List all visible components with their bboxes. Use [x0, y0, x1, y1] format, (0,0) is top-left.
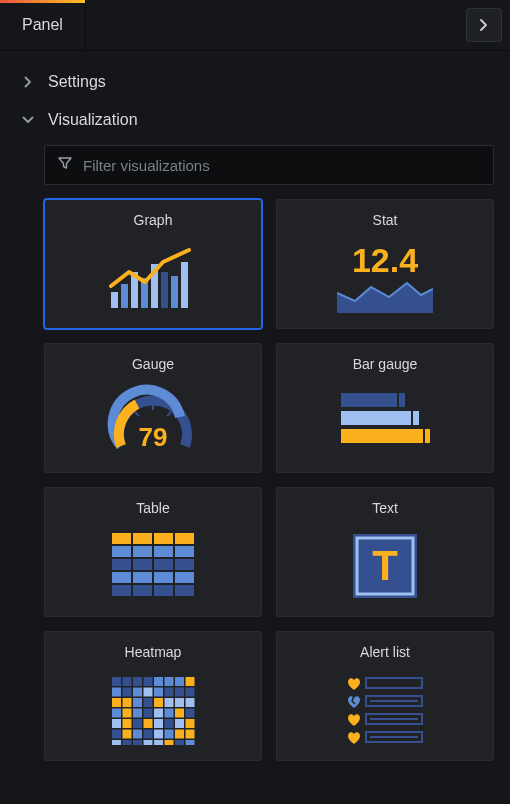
svg-rect-19 — [154, 533, 173, 544]
filter-visualizations[interactable] — [44, 145, 494, 185]
stat-icon: 12.4 — [337, 236, 433, 320]
svg-rect-60 — [165, 698, 174, 707]
svg-rect-50 — [144, 688, 153, 697]
svg-rect-51 — [154, 688, 163, 697]
section-settings-label: Settings — [48, 73, 106, 91]
viz-card-gauge[interactable]: Gauge 79 — [44, 343, 262, 473]
viz-card-table[interactable]: Table — [44, 487, 262, 617]
viz-card-text[interactable]: Text T — [276, 487, 494, 617]
svg-rect-23 — [154, 546, 173, 557]
viz-card-graph[interactable]: Graph — [44, 199, 262, 329]
visualization-body: Graph — [8, 139, 502, 769]
svg-rect-64 — [123, 709, 132, 718]
svg-rect-12 — [399, 393, 405, 407]
svg-rect-25 — [112, 559, 131, 570]
filter-visualizations-input[interactable] — [83, 157, 481, 174]
svg-rect-57 — [133, 698, 142, 707]
svg-rect-88 — [123, 740, 132, 745]
svg-rect-81 — [133, 730, 142, 739]
svg-rect-55 — [112, 698, 121, 707]
svg-rect-61 — [175, 698, 184, 707]
svg-rect-78 — [186, 719, 195, 728]
viz-card-bargauge[interactable]: Bar gauge — [276, 343, 494, 473]
svg-rect-22 — [133, 546, 152, 557]
svg-rect-47 — [112, 688, 121, 697]
svg-rect-84 — [165, 730, 174, 739]
svg-rect-6 — [171, 276, 178, 308]
svg-rect-42 — [144, 677, 153, 686]
svg-rect-33 — [112, 585, 131, 596]
filter-icon — [57, 155, 73, 175]
svg-rect-93 — [175, 740, 184, 745]
svg-rect-32 — [175, 572, 194, 583]
svg-rect-72 — [123, 719, 132, 728]
svg-rect-86 — [186, 730, 195, 739]
svg-rect-70 — [186, 709, 195, 718]
section-visualization[interactable]: Visualization — [8, 101, 502, 139]
svg-rect-95 — [366, 678, 422, 688]
svg-rect-20 — [175, 533, 194, 544]
svg-rect-29 — [112, 572, 131, 583]
svg-rect-90 — [144, 740, 153, 745]
svg-rect-44 — [165, 677, 174, 686]
viz-card-label: Bar gauge — [353, 356, 418, 372]
tab-panel[interactable]: Panel — [0, 0, 86, 50]
gauge-value: 79 — [105, 422, 201, 453]
bar-gauge-icon — [337, 380, 433, 464]
svg-rect-14 — [413, 411, 419, 425]
visualization-grid: Graph — [44, 199, 494, 761]
svg-rect-0 — [111, 292, 118, 308]
section-visualization-label: Visualization — [48, 111, 138, 129]
svg-line-9 — [135, 412, 139, 416]
svg-rect-80 — [123, 730, 132, 739]
svg-rect-11 — [341, 393, 397, 407]
svg-rect-59 — [154, 698, 163, 707]
section-settings[interactable]: Settings — [8, 63, 502, 101]
chevron-right-icon — [22, 76, 34, 88]
svg-rect-67 — [154, 709, 163, 718]
tabs: Panel — [0, 0, 86, 50]
svg-rect-76 — [165, 719, 174, 728]
svg-rect-1 — [121, 284, 128, 308]
svg-rect-75 — [154, 719, 163, 728]
svg-rect-40 — [123, 677, 132, 686]
viz-card-label: Table — [136, 500, 169, 516]
tab-bar: Panel — [0, 0, 510, 51]
viz-card-label: Alert list — [360, 644, 410, 660]
sidebar-body: Settings Visualization — [0, 51, 510, 804]
svg-rect-27 — [154, 559, 173, 570]
text-icon: T — [349, 524, 421, 608]
svg-rect-45 — [175, 677, 184, 686]
viz-card-alertlist[interactable]: Alert list — [276, 631, 494, 761]
svg-rect-49 — [133, 688, 142, 697]
svg-rect-21 — [112, 546, 131, 557]
svg-rect-30 — [133, 572, 152, 583]
svg-rect-15 — [341, 429, 423, 443]
svg-rect-18 — [133, 533, 152, 544]
svg-rect-87 — [112, 740, 121, 745]
svg-rect-82 — [144, 730, 153, 739]
svg-rect-53 — [175, 688, 184, 697]
panel-editor-sidebar: Panel Settings Visualization — [0, 0, 510, 804]
svg-rect-17 — [112, 533, 131, 544]
svg-rect-71 — [112, 719, 121, 728]
stat-value: 12.4 — [352, 243, 418, 277]
svg-rect-54 — [186, 688, 195, 697]
svg-rect-31 — [154, 572, 173, 583]
svg-rect-92 — [165, 740, 174, 745]
svg-rect-26 — [133, 559, 152, 570]
svg-rect-65 — [133, 709, 142, 718]
chevron-right-icon — [479, 18, 489, 32]
svg-rect-62 — [186, 698, 195, 707]
svg-rect-52 — [165, 688, 174, 697]
chevron-down-icon — [22, 116, 34, 124]
viz-card-heatmap[interactable]: Heatmap — [44, 631, 262, 761]
svg-rect-83 — [154, 730, 163, 739]
svg-rect-24 — [175, 546, 194, 557]
collapse-sidebar-button[interactable] — [466, 8, 502, 42]
viz-card-stat[interactable]: Stat 12.4 — [276, 199, 494, 329]
svg-rect-16 — [425, 429, 430, 443]
viz-card-label: Text — [372, 500, 398, 516]
heatmap-icon — [110, 668, 196, 752]
svg-rect-56 — [123, 698, 132, 707]
